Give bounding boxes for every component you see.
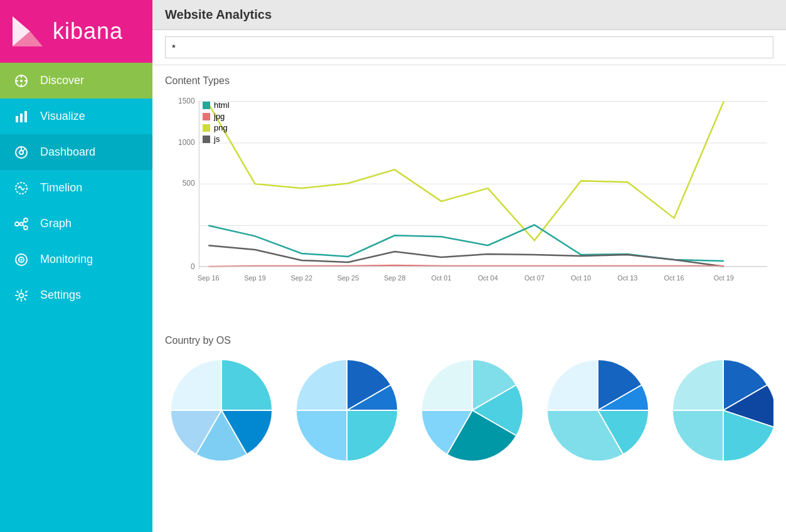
legend-html-label: html [214,100,230,110]
svg-rect-10 [24,111,27,122]
svg-text:Oct 04: Oct 04 [478,274,498,282]
sidebar-item-label-discover: Discover [40,74,84,87]
pie-chart-5 [667,354,773,467]
legend-jpg-label: jpg [214,112,225,121]
sidebar-item-monitoring[interactable]: Monitoring [0,242,152,277]
svg-rect-8 [16,116,18,122]
legend-js: js [203,134,230,144]
sidebar-item-label-dashboard: Dashboard [40,146,95,159]
svg-line-22 [23,225,24,227]
svg-text:Oct 19: Oct 19 [714,274,734,282]
search-bar [152,30,786,65]
monitoring-icon [13,251,30,269]
svg-point-3 [20,80,23,82]
svg-text:1000: 1000 [178,138,195,147]
legend-png-label: png [214,123,228,132]
sidebar-item-label-visualize: Visualize [40,110,85,123]
bar-chart-icon [13,108,30,125]
legend-js-dot [203,136,210,143]
sidebar-item-label-monitoring: Monitoring [40,253,93,266]
svg-point-16 [15,222,19,226]
svg-text:Sep 19: Sep 19 [244,274,265,282]
main-content: Website Analytics Content Types html jpg [152,0,786,532]
pie-charts-row [165,354,773,467]
svg-text:Oct 13: Oct 13 [617,274,637,282]
dashboard-icon [13,144,30,161]
line-chart-svg: 1500 1000 500 0 Sep 16 Sep 19 Sep 22 Sep… [165,94,773,295]
sidebar-item-timelion[interactable]: Timelion [0,170,152,206]
compass-icon [13,72,30,90]
svg-rect-9 [20,114,23,122]
country-by-os-section: Country by OS [165,335,773,467]
svg-point-25 [21,258,23,260]
content-types-section: Content Types html jpg png [165,75,773,320]
svg-point-19 [20,222,23,225]
svg-point-12 [19,151,23,154]
graph-icon [13,215,30,233]
pie-chart-1 [165,354,278,467]
legend-html: html [203,100,230,110]
sidebar-item-label-graph: Graph [40,217,72,230]
sidebar-item-settings[interactable]: Settings [0,277,152,313]
svg-line-21 [23,221,24,223]
svg-text:Oct 16: Oct 16 [664,274,684,282]
chart-legend: html jpg png js [203,100,230,146]
svg-text:Sep 22: Sep 22 [291,274,312,282]
search-input[interactable] [165,36,773,58]
app-name: kibana [53,18,123,45]
js-line [208,245,724,267]
country-by-os-title: Country by OS [165,335,773,346]
logo-area: kibana [0,0,152,63]
sidebar: kibana Discover Visualize [0,0,152,532]
legend-png: png [203,123,230,132]
pie-chart-2 [290,354,403,467]
legend-html-dot [203,102,210,109]
svg-text:Sep 25: Sep 25 [337,274,359,282]
sidebar-item-label-settings: Settings [40,289,81,302]
content-types-title: Content Types [165,75,773,87]
svg-line-20 [19,223,20,224]
png-line [208,102,724,241]
legend-png-dot [203,124,210,132]
page-title: Website Analytics [165,8,272,21]
sidebar-item-graph[interactable]: Graph [0,206,152,242]
svg-text:Sep 28: Sep 28 [384,274,405,282]
legend-jpg-dot [203,113,210,120]
pie-chart-4 [541,354,654,467]
timelion-icon [13,179,30,197]
svg-point-26 [19,293,24,297]
svg-line-14 [23,149,26,151]
sidebar-item-dashboard[interactable]: Dashboard [0,134,152,170]
svg-text:Oct 07: Oct 07 [524,274,544,282]
sidebar-item-discover[interactable]: Discover [0,63,152,98]
svg-text:1500: 1500 [178,97,195,105]
svg-text:Sep 16: Sep 16 [198,274,219,282]
legend-jpg: jpg [203,112,230,121]
svg-text:Oct 01: Oct 01 [431,274,451,282]
content-area: Content Types html jpg png [152,65,786,532]
kibana-logo-icon [10,14,45,49]
sidebar-item-visualize[interactable]: Visualize [0,98,152,134]
pie-chart-3 [416,354,529,467]
gear-icon [13,287,30,304]
sidebar-item-label-timelion: Timelion [40,181,82,194]
line-chart-container: html jpg png js [165,94,773,320]
legend-js-label: js [214,134,220,144]
svg-text:0: 0 [191,262,195,271]
svg-text:Oct 10: Oct 10 [571,274,591,282]
svg-text:500: 500 [183,179,195,188]
page-header: Website Analytics [152,0,786,30]
